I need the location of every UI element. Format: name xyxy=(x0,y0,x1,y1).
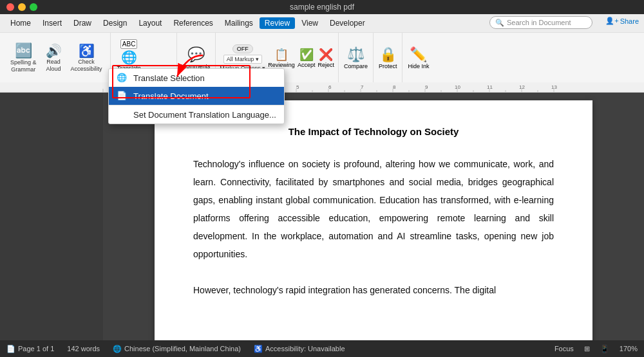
accessibility-status[interactable]: ♿ Accessibility: Unavailable xyxy=(254,345,345,353)
reviewing-button[interactable]: 📋 Reviewing xyxy=(268,48,295,68)
protect-button[interactable]: 🔒 xyxy=(379,46,397,63)
window-title: sample english pdf xyxy=(290,3,354,12)
svg-text:12: 12 xyxy=(519,84,525,90)
track-changes-toggle[interactable]: OFF xyxy=(232,44,253,53)
menu-layout[interactable]: Layout xyxy=(133,17,167,29)
hide-ink-label: Hide Ink xyxy=(408,63,429,69)
toggle-label: OFF xyxy=(237,46,249,52)
svg-rect-1 xyxy=(0,82,644,92)
menu-draw[interactable]: Draw xyxy=(68,17,97,29)
paragraph-1: Technology's influence on society is pro… xyxy=(193,155,554,263)
ruler: -1 1 2 3 4 5 6 7 8 9 10 11 12 13 xyxy=(0,82,644,93)
protect-group: 🔒 Protect xyxy=(374,33,403,82)
document-body: Technology's influence on society is pro… xyxy=(193,155,554,299)
accessibility-icon: ♿ xyxy=(79,43,95,59)
reject-icon: ❌ xyxy=(317,48,334,62)
hide-ink-button[interactable]: ✏️ xyxy=(410,46,427,63)
maximize-button[interactable] xyxy=(30,3,37,11)
document-area: The Impact of Technology on Society Tech… xyxy=(0,93,644,340)
svg-text:8: 8 xyxy=(393,84,396,90)
ink-group: ✏️ Hide Ink xyxy=(402,33,434,82)
reject-button[interactable]: ❌ Reject xyxy=(317,48,334,68)
read-aloud-button[interactable]: 🔊 ReadAloud xyxy=(42,36,66,80)
menu-insert[interactable]: Insert xyxy=(37,17,67,29)
compare-group: ⚖️ Compare xyxy=(339,33,374,82)
translate-dropdown-menu: 🌐 Translate Selection 📄 Translate Docume… xyxy=(108,68,285,124)
document-page: The Impact of Technology on Society Tech… xyxy=(155,100,592,340)
status-bar: 📄 Page 1 of 1 142 words 🌐 Chinese (Simpl… xyxy=(0,340,644,357)
mobile-icon: 📱 xyxy=(600,345,609,353)
compare-button[interactable]: ⚖️ xyxy=(347,46,365,63)
menu-home[interactable]: Home xyxy=(5,17,36,29)
svg-text:9: 9 xyxy=(425,84,428,90)
svg-text:5: 5 xyxy=(296,84,299,90)
translate-document-item[interactable]: 📄 Translate Document xyxy=(109,87,284,105)
menu-view[interactable]: View xyxy=(296,17,323,29)
menu-bar: Home Insert Draw Design Layout Reference… xyxy=(0,14,644,32)
page-icon: 📄 xyxy=(6,345,15,353)
translate-icon: 🌐 xyxy=(121,50,137,65)
left-margin xyxy=(0,93,103,340)
language-icon: 🌐 xyxy=(113,345,122,353)
translate-selection-item[interactable]: 🌐 Translate Selection xyxy=(109,69,284,87)
paragraph-2: However, technology's rapid integration … xyxy=(193,281,554,299)
svg-text:7: 7 xyxy=(361,84,364,90)
all-markup-dropdown[interactable]: All Markup ▾ xyxy=(223,55,262,64)
accept-icon: ✅ xyxy=(298,48,316,62)
ribbon: 🔤 Spelling &Grammar 🔊 ReadAloud ♿ CheckA… xyxy=(0,32,644,82)
word-count-label: 142 words xyxy=(67,345,100,352)
svg-text:11: 11 xyxy=(487,84,493,90)
read-aloud-label: ReadAloud xyxy=(46,59,61,73)
status-right: Focus ⊞ 📱 170% xyxy=(554,345,638,353)
accessibility-label: CheckAccessibility xyxy=(71,59,102,73)
document-title: The Impact of Technology on Society xyxy=(193,126,554,137)
translate-selection-icon: 🌐 xyxy=(117,73,128,83)
read-aloud-icon: 🔊 xyxy=(46,43,62,59)
menu-developer[interactable]: Developer xyxy=(325,17,370,29)
layout-icon: ⊞ xyxy=(584,345,590,353)
spelling-label: Spelling &Grammar xyxy=(10,59,37,73)
language-status[interactable]: 🌐 Chinese (Simplified, Mainland China) xyxy=(113,345,241,353)
focus-button[interactable]: Focus xyxy=(554,345,574,352)
share-button[interactable]: 👤+ Share xyxy=(605,17,639,25)
svg-text:10: 10 xyxy=(455,84,460,90)
reviewing-icon: 📋 xyxy=(268,48,295,62)
minimize-button[interactable] xyxy=(18,3,26,11)
search-bar[interactable]: 🔍 Search in Document xyxy=(489,16,592,29)
translate-button[interactable]: ABC 🌐 Translate xyxy=(115,38,144,73)
protect-label: Protect xyxy=(379,63,397,69)
close-button[interactable] xyxy=(6,3,14,11)
proofing-group: 🔤 Spelling &Grammar 🔊 ReadAloud ♿ CheckA… xyxy=(3,33,111,82)
compare-label: Compare xyxy=(344,63,368,69)
svg-text:6: 6 xyxy=(328,84,332,90)
word-count: 142 words xyxy=(67,345,100,352)
accessibility-status-icon: ♿ xyxy=(254,345,263,353)
zoom-level: 170% xyxy=(620,345,638,352)
traffic-lights xyxy=(6,3,37,11)
svg-text:13: 13 xyxy=(551,84,557,90)
ruler-svg: -1 1 2 3 4 5 6 7 8 9 10 11 12 13 xyxy=(0,82,644,92)
page-info: 📄 Page 1 of 1 xyxy=(6,345,54,353)
spelling-icon: 🔤 xyxy=(15,42,32,59)
set-language-icon xyxy=(117,109,128,120)
menu-references[interactable]: References xyxy=(168,17,218,29)
menu-review[interactable]: Review xyxy=(260,17,295,29)
set-translation-language-item[interactable]: Set Document Translation Language... xyxy=(109,105,284,124)
comments-button[interactable]: 💬 xyxy=(187,46,205,63)
title-bar: sample english pdf xyxy=(0,0,644,14)
accept-button[interactable]: ✅ Accept xyxy=(298,48,316,68)
spelling-grammar-button[interactable]: 🔤 Spelling &Grammar xyxy=(6,36,41,80)
menu-mailings[interactable]: Mailings xyxy=(220,17,258,29)
check-accessibility-button[interactable]: ♿ CheckAccessibility xyxy=(67,36,106,80)
menu-design[interactable]: Design xyxy=(98,17,132,29)
translate-document-icon: 📄 xyxy=(117,91,128,101)
page-container: The Impact of Technology on Society Tech… xyxy=(103,93,644,340)
